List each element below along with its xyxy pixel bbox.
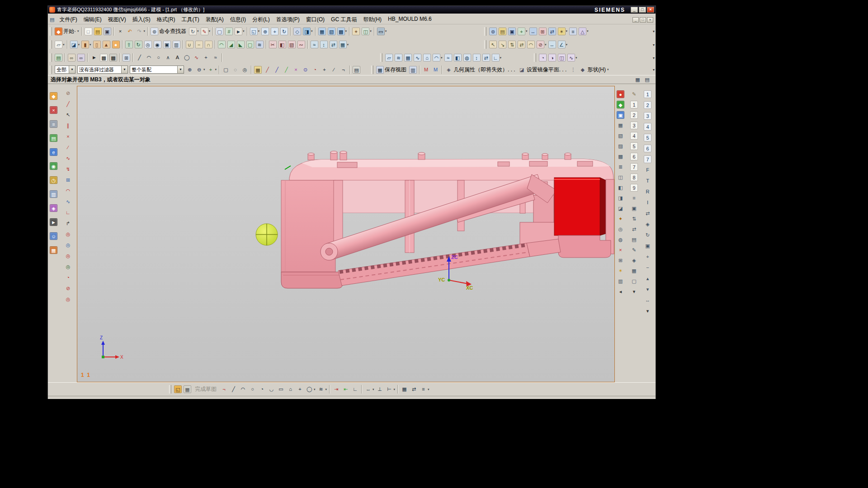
block-button-dropdown-arrow[interactable]: ▾ — [90, 43, 91, 47]
pattern-curve-button[interactable]: ▦ — [400, 385, 409, 394]
snap-existing-point-button[interactable]: + — [320, 66, 329, 74]
swept-button[interactable]: ∿ — [413, 53, 422, 62]
constraint-navigator-tab[interactable]: × — [50, 106, 57, 114]
model-ramp[interactable] — [338, 243, 530, 286]
open-component-button[interactable]: ▤ — [498, 27, 507, 36]
view-section-button[interactable]: ◫ — [617, 174, 624, 181]
sketch-arc-tool-button[interactable]: ◠ — [64, 187, 72, 195]
view-layout-3-button[interactable]: 3 — [644, 112, 651, 120]
display-shaded-button[interactable]: ▧ — [617, 132, 624, 140]
view-right-button[interactable]: R — [644, 188, 651, 196]
snap-quadrant-button[interactable]: ◔ — [311, 66, 319, 74]
delete-object-button[interactable]: × — [617, 246, 624, 254]
clearance-analysis-button-dropdown-arrow[interactable]: ▾ — [587, 29, 589, 33]
open-file-button[interactable]: ▤ — [94, 27, 102, 36]
child-close-button[interactable]: × — [647, 17, 653, 23]
make-corner-button[interactable]: ∟ — [351, 385, 359, 394]
deselect-button-dropdown-arrow[interactable]: ▾ — [203, 68, 205, 71]
more-tools-button[interactable]: ⋮ — [569, 66, 577, 74]
menu-file[interactable]: 文件(F) — [56, 15, 80, 24]
mirror-curve-button[interactable]: ⇄ — [410, 385, 418, 394]
sk-polygon-button[interactable]: ⌂ — [286, 385, 295, 394]
rectangle-select-button[interactable]: ▢ — [222, 66, 230, 74]
selection-filter-button[interactable]: ►▾ — [234, 27, 245, 36]
zoom-out-button[interactable]: − — [644, 264, 651, 272]
edit-object-display-button[interactable]: ✦ — [352, 27, 360, 36]
view-front-button[interactable]: F — [644, 166, 651, 174]
find-component-button[interactable]: ⊚ — [489, 27, 497, 36]
auto-constrain-button-dropdown-arrow[interactable]: ▾ — [394, 388, 396, 391]
extension-surface-button[interactable]: ↕ — [472, 53, 481, 62]
constraint-chain-button[interactable]: ∞ — [77, 53, 85, 62]
datum-plane-button[interactable]: ◪▾ — [70, 40, 80, 49]
sketch-button-dropdown-arrow[interactable]: ▾ — [63, 43, 65, 47]
display-studio-button[interactable]: ▨ — [617, 142, 624, 150]
redo-button-dropdown-arrow[interactable]: ▾ — [144, 29, 146, 33]
menu-information[interactable]: 信息(I) — [227, 15, 249, 24]
snap-midpoint-button[interactable]: ╱ — [273, 66, 281, 74]
rotate-up-button[interactable]: ▴ — [644, 275, 651, 282]
sync-views-button[interactable]: ⇄ — [644, 210, 651, 217]
circle-button[interactable]: ○ — [154, 53, 163, 62]
component-outline-button[interactable]: ▣ — [508, 27, 516, 36]
deselect-button[interactable]: ⊖▾ — [195, 66, 206, 74]
layer-category-5-button[interactable]: 5 — [630, 142, 638, 150]
artistic-image-button[interactable]: ▣ — [617, 111, 624, 119]
roles-tab[interactable]: ☺ — [50, 232, 57, 240]
geometric-constraints-button[interactable]: ⊥ — [376, 385, 384, 394]
child-minimize-button[interactable]: _ — [632, 17, 639, 23]
orient-view-iso-button[interactable]: ▩▾ — [337, 27, 348, 36]
hd3d-tools-tab[interactable]: ◉ — [50, 162, 57, 170]
block-button[interactable]: ▮▾ — [81, 40, 92, 49]
sketch-select-arrow-button[interactable]: ↖ — [64, 111, 72, 119]
dim-horizontal-button[interactable]: ◎ — [64, 241, 72, 249]
show-hide-button-dropdown-arrow[interactable]: ▾ — [370, 29, 372, 33]
layer-visible-button[interactable]: ≡ — [630, 194, 638, 202]
start-menu-button-dropdown-arrow[interactable]: ▾ — [77, 29, 79, 33]
selection-bar-more-arrow[interactable]: ▾ — [653, 68, 655, 72]
sketch-display-button[interactable]: ▦ — [183, 385, 192, 394]
split-body-button[interactable]: ◧ — [278, 40, 287, 49]
layer-move-button[interactable]: ⇅ — [630, 215, 638, 223]
offset-more-button-dropdown-arrow[interactable]: ▾ — [428, 388, 429, 391]
mirror-plane-button[interactable]: ◪设置镜像平面. . . — [518, 66, 568, 74]
layer-lock-button[interactable]: ◈ — [630, 257, 638, 264]
subtract-button[interactable]: − — [195, 40, 203, 49]
sketch-cross-button[interactable]: × — [64, 133, 72, 141]
layer-copy-button[interactable]: ⇄ — [630, 225, 638, 233]
view-isometric-button[interactable]: I — [644, 199, 651, 206]
object-display-button[interactable]: ✦ — [617, 215, 624, 223]
shape-menu-button-dropdown-arrow[interactable]: ▾ — [607, 68, 609, 71]
assembly-sequence-button[interactable]: ≡ — [569, 27, 577, 36]
inferred-dimension-button[interactable]: ↔▾ — [364, 385, 375, 394]
pattern-feature-button[interactable]: ▦▾ — [339, 40, 349, 49]
fit-view-button[interactable]: ◱▾ — [250, 27, 260, 36]
dim-angular-button[interactable]: ◔ — [64, 274, 72, 282]
selection-scope-combo[interactable]: 整个装配 ▼ — [130, 66, 184, 74]
pad-button[interactable]: ▥ — [172, 40, 181, 49]
menu-hb-mould[interactable]: HB_MOULD M6.6 — [385, 15, 435, 24]
select-all-button[interactable]: ⊕ — [185, 66, 194, 74]
restore-button[interactable]: □ — [639, 7, 646, 13]
menu-analysis[interactable]: 分析(L) — [249, 15, 273, 24]
scale-body-button[interactable]: ↕ — [320, 40, 328, 49]
menu-tools[interactable]: 工具(T) — [178, 15, 202, 24]
lock-view-button[interactable]: ◈ — [644, 221, 651, 228]
exploded-view-button-dropdown-arrow[interactable]: ▾ — [566, 29, 568, 33]
dim-inferred-button[interactable]: ◎ — [64, 230, 72, 238]
edge-blend-button[interactable]: ◠ — [217, 40, 226, 49]
refresh-views-button[interactable]: ↻ — [644, 231, 651, 239]
view-layout-2-button[interactable]: 2 — [644, 101, 651, 109]
close-button[interactable]: × — [647, 7, 654, 13]
mold-tool-m1-button[interactable]: M — [422, 66, 430, 74]
pull-face-button[interactable]: ↘ — [498, 40, 507, 49]
save-view-button[interactable]: ▦保存视图 — [376, 66, 408, 74]
curvature-graph-button[interactable]: ∿▾ — [567, 53, 578, 62]
ruled-surface-button[interactable]: ▱ — [385, 53, 393, 62]
zoom-button[interactable]: ⊕ — [261, 27, 269, 36]
draft-button[interactable]: ◣ — [236, 40, 245, 49]
sk-arc-button[interactable]: ◠ — [239, 385, 247, 394]
sk-fillet-button[interactable]: ◡ — [267, 385, 276, 394]
orient-view-top-button[interactable]: ▦ — [318, 27, 326, 36]
menu-help[interactable]: 帮助(H) — [360, 15, 385, 24]
